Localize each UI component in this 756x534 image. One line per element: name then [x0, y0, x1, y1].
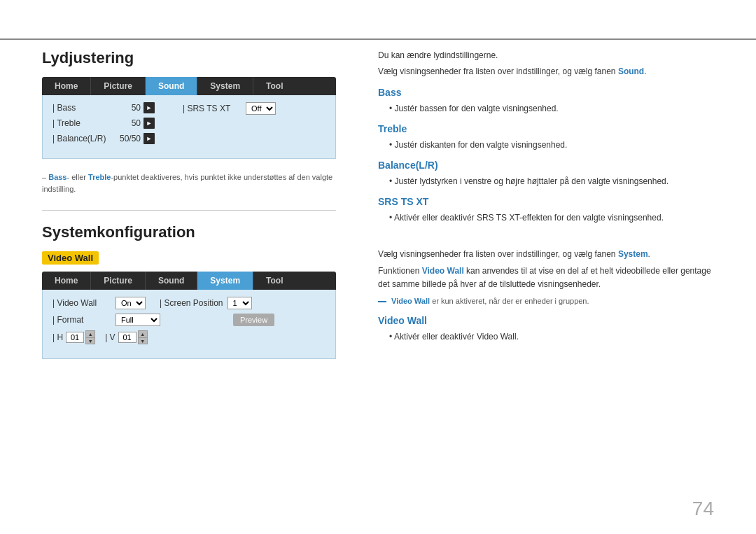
format-label: | Format [52, 315, 115, 325]
treble-value: 50 [115, 118, 141, 128]
h-spin-up[interactable]: ▲ [85, 330, 95, 337]
balance-value: 50/50 [115, 134, 141, 143]
section1-desc: Du kan ændre lydindstillingerne. Vælg vi… [378, 49, 714, 224]
sound-nav-bar: Home Picture Sound System Tool [42, 77, 336, 95]
top-border [0, 38, 756, 40]
bass-heading: Bass [378, 87, 714, 98]
balance-arrow[interactable]: ► [144, 133, 155, 144]
sys-intro-2: Funktionen Video Wall kan anvendes til a… [378, 265, 714, 291]
nav-tab-home[interactable]: Home [42, 77, 91, 95]
right-column: Du kan ændre lydindstillingerne. Vælg vi… [364, 49, 714, 372]
sys-nav-tab-home[interactable]: Home [42, 272, 91, 290]
sys-nav-tab-tool[interactable]: Tool [253, 272, 295, 290]
section2-desc: Vælg visningsenheder fra listen over ind… [378, 248, 714, 343]
videowall-select[interactable]: On Off [115, 297, 146, 309]
system-settings-panel: | Video Wall On Off | Screen Position 1 … [42, 290, 336, 359]
hv-row: | H ▲ ▼ | V ▲ ▼ [52, 330, 326, 344]
balance-desc: Justér lydstyrken i venstre og højre høj… [389, 175, 714, 188]
h-label: | H [52, 332, 63, 342]
bass-arrow[interactable]: ► [144, 102, 155, 113]
preview-button[interactable]: Preview [233, 314, 274, 326]
treble-arrow[interactable]: ► [144, 118, 155, 129]
srs-desc: Aktivér eller deaktivér SRS TS XT-effekt… [389, 211, 714, 224]
nav-tab-picture[interactable]: Picture [91, 77, 146, 95]
srs-label: | SRS TS XT [183, 104, 246, 113]
intro-text-1: Du kan ændre lydindstillingerne. [378, 49, 714, 62]
treble-desc: Justér diskanten for den valgte visnings… [389, 139, 714, 151]
videowall-heading: Video Wall [378, 315, 714, 326]
nav-tab-sound[interactable]: Sound [146, 77, 197, 95]
balance-row: | Balance(L/R) 50/50 ► [52, 133, 155, 144]
intro-text-2: Vælg visningsenheder fra listen over ind… [378, 65, 714, 78]
nav-tab-tool[interactable]: Tool [253, 77, 295, 95]
nav-tab-system[interactable]: System [197, 77, 253, 95]
v-spin-up[interactable]: ▲ [138, 330, 148, 337]
h-spinner[interactable]: ▲ ▼ [85, 330, 95, 344]
bass-value: 50 [115, 103, 141, 113]
balance-label: | Balance(L/R) [52, 134, 115, 143]
videowall-label: | Video Wall [52, 298, 115, 308]
srs-row: | SRS TS XT Off On [183, 102, 276, 115]
sound-settings-panel: | Bass 50 ► | Treble 50 ► | Balance(L/R)… [42, 95, 336, 159]
sys-intro-1: Vælg visningsenheder fra listen over ind… [378, 248, 714, 261]
bass-label: | Bass [52, 103, 115, 113]
sys-note: Video Wall er kun aktiveret, når der er … [378, 295, 714, 307]
sys-nav-tab-sound[interactable]: Sound [146, 272, 197, 290]
v-spin-down[interactable]: ▼ [138, 337, 148, 344]
treble-label: | Treble [52, 118, 115, 128]
sys-nav-tab-picture[interactable]: Picture [91, 272, 146, 290]
v-input[interactable] [118, 332, 136, 343]
sys-nav-tab-system[interactable]: System [197, 272, 253, 290]
srs-heading: SRS TS XT [378, 196, 714, 207]
format-row: | Format Full Natural Preview [52, 314, 326, 326]
v-spinner[interactable]: ▲ ▼ [138, 330, 148, 344]
treble-heading: Treble [378, 123, 714, 134]
section1-title: Lydjustering [42, 49, 336, 67]
screen-pos-select[interactable]: 1 2 [227, 297, 252, 309]
format-select[interactable]: Full Natural [115, 314, 160, 326]
videowall-desc: Aktivér eller deaktivér Video Wall. [389, 330, 714, 343]
v-label: | V [105, 332, 115, 342]
bass-row: | Bass 50 ► [52, 102, 155, 113]
page-number: 74 [692, 498, 714, 520]
video-wall-badge: Video Wall [42, 251, 99, 265]
balance-heading: Balance(L/R) [378, 160, 714, 171]
videowall-row: | Video Wall On Off | Screen Position 1 … [52, 297, 326, 309]
section2-title: Systemkonfiguration [42, 223, 336, 241]
section-separator [42, 210, 336, 211]
bass-desc: Justér bassen for den valgte visningsenh… [389, 102, 714, 115]
srs-select[interactable]: Off On [246, 102, 276, 115]
system-nav-bar: Home Picture Sound System Tool [42, 272, 336, 290]
h-input[interactable] [66, 332, 84, 343]
h-spin-down[interactable]: ▼ [85, 337, 95, 344]
sound-note: – Bass- eller Treble-punktet deaktiveres… [42, 171, 336, 195]
screen-pos-label: | Screen Position [160, 298, 223, 308]
left-column: Lydjustering Home Picture Sound System T… [42, 49, 336, 372]
treble-row: | Treble 50 ► [52, 118, 155, 129]
